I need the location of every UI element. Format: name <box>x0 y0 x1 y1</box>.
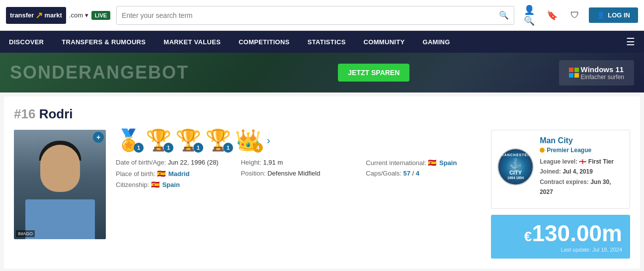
header: transfer ↗ markt .com ▾ LIVE 🔍 👤🔍 🔖 🛡 👤 … <box>0 0 644 31</box>
profile-search-icon[interactable]: 👤🔍 <box>520 6 538 24</box>
contract-row: Contract expires: Jun 30, 2027 <box>540 177 624 197</box>
login-icon: 👤 <box>597 11 605 19</box>
citizenship-label: Citizenship: <box>116 181 149 188</box>
windows-icon <box>569 68 579 78</box>
pob-link[interactable]: Madrid <box>168 170 190 178</box>
club-info: Man City Premier League League level: 🏴󠁧… <box>540 136 624 197</box>
market-value-update-label: Last update: Jul 18, 2024 <box>499 247 622 253</box>
nav-item-statistics[interactable]: STATISTICS <box>299 31 355 53</box>
trophy-item-4: 👑 4 <box>235 130 261 151</box>
banner-right-content: Windows 11 Einfacher surfen <box>559 60 634 86</box>
trophy-item-0: 🏅 1 <box>116 130 142 151</box>
nav-item-community[interactable]: COMMUNITY <box>355 31 414 53</box>
caps-link[interactable]: 57 <box>403 170 410 177</box>
caps-label: Caps/Goals: <box>366 170 402 177</box>
right-column: MANCHESTER ⚓ CITY 1894 1894 Man City Pre… <box>491 130 630 259</box>
club-header: MANCHESTER ⚓ CITY 1894 1894 Man City Pre… <box>497 136 624 197</box>
trophy-item-1: 🏆 1 <box>146 130 171 151</box>
international-link[interactable]: Spain <box>439 159 457 167</box>
league-dot-icon <box>540 148 545 153</box>
nav-item-gaming[interactable]: GAMING <box>413 31 459 53</box>
position-label: Position: <box>241 170 266 177</box>
club-badge-name-text: CITY <box>501 170 530 176</box>
league-level-value: First Tier <box>588 158 614 165</box>
citizenship-link[interactable]: Spain <box>162 181 179 188</box>
height-row: Height: 1,91 m <box>241 159 356 167</box>
logo-arrow-icon: ↗ <box>35 10 43 21</box>
dob-row: Date of birth/Age: Jun 22, 1996 (28) <box>116 159 231 167</box>
position-value-text: Defensive Midfield <box>267 170 320 177</box>
nav-item-discover[interactable]: DISCOVER <box>0 31 53 53</box>
advertisement-banner: SONDERANGEBOT JETZT SPAREN Windows 11 Ei… <box>0 53 644 92</box>
market-value-amount: 130.00m <box>532 220 622 246</box>
market-value-display: €130.00m <box>499 221 622 246</box>
citizenship-flag: 🇪🇸 <box>151 181 160 188</box>
player-info-section: 🏅 1 🏆 1 🏆 1 🏆 1 👑 4 <box>116 130 481 188</box>
search-button[interactable]: 🔍 <box>499 10 509 20</box>
player-photo-container: + IMAGO <box>14 130 106 239</box>
citizenship-row: Citizenship: 🇪🇸 Spain <box>116 181 231 188</box>
trophy-badge-2: 1 <box>193 143 203 153</box>
player-title: #16 Rodri <box>14 106 630 122</box>
club-badge: MANCHESTER ⚓ CITY 1894 1894 <box>497 148 534 185</box>
trophy-badge-4: 4 <box>253 143 263 153</box>
club-league-link[interactable]: Premier League <box>547 147 591 154</box>
login-label: LOG IN <box>608 11 630 19</box>
add-photo-button[interactable]: + <box>93 132 104 143</box>
logo-transfer-text: transfer <box>10 11 34 19</box>
club-card: MANCHESTER ⚓ CITY 1894 1894 Man City Pre… <box>491 130 630 209</box>
league-level-label: League level: <box>540 158 577 165</box>
joined-label: Joined: <box>540 168 561 175</box>
trophy-badge-1: 1 <box>163 143 173 153</box>
main-content: #16 Rodri + IMAGO 🏅 1 🏆 <box>4 96 640 269</box>
club-badge-inner: MANCHESTER ⚓ CITY 1894 1894 <box>501 153 530 180</box>
height-value-text: 1,91 m <box>263 159 283 166</box>
bookmark-icon[interactable]: 🔖 <box>543 6 561 24</box>
pob-flag: 🇪🇸 <box>157 170 165 178</box>
hamburger-menu-icon[interactable]: ☰ <box>617 31 644 53</box>
banner-cta-button[interactable]: JETZT SPAREN <box>338 64 409 82</box>
club-name[interactable]: Man City <box>540 136 624 145</box>
trophies-next-icon[interactable]: › <box>267 135 270 146</box>
international-row: Current international: 🇪🇸 Spain <box>366 159 481 167</box>
contract-label: Contract expires: <box>540 179 589 185</box>
nav-item-market-values[interactable]: MARKET VALUES <box>155 31 230 53</box>
nav-item-competitions[interactable]: COMPETITIONS <box>230 31 299 53</box>
search-bar[interactable]: 🔍 <box>116 6 514 25</box>
club-badge-top-text: MANCHESTER <box>501 153 530 157</box>
club-league: Premier League <box>540 147 624 154</box>
live-badge: LIVE <box>91 11 110 20</box>
league-level-row: League level: 🏴󠁧󠁢󠁥󠁮󠁧󠁿 First Tier <box>540 157 624 167</box>
trophy-badge-3: 1 <box>223 143 233 153</box>
caps-row: Caps/Goals: 57 / 4 <box>366 170 481 178</box>
joined-value: Jul 4, 2019 <box>563 168 593 175</box>
club-badge-year-text: 1894 1894 <box>501 176 530 180</box>
logo-box: transfer ↗ markt <box>6 7 66 24</box>
market-value-currency: € <box>524 229 532 244</box>
pob-label: Place of birth: <box>116 170 156 178</box>
trophy-item-3: 🏆 1 <box>205 130 231 151</box>
logo-markt-text: markt <box>44 11 62 19</box>
dob-label: Date of birth/Age: <box>116 159 166 166</box>
caps-separator: / <box>412 170 416 177</box>
login-button[interactable]: 👤 LOG IN <box>589 7 638 23</box>
dot-com-text[interactable]: .com ▾ <box>69 11 88 19</box>
goals-link[interactable]: 4 <box>416 170 419 177</box>
trophy-badge-0: 1 <box>134 143 144 153</box>
player-photo <box>14 130 106 239</box>
international-flag: 🇪🇸 <box>428 159 436 167</box>
search-input[interactable] <box>122 11 499 19</box>
pob-row: Place of birth: 🇪🇸 Madrid <box>116 170 231 178</box>
player-number: #16 <box>14 106 35 121</box>
dob-value-text: Jun 22, 1996 (28) <box>168 159 219 166</box>
shield-icon[interactable]: 🛡 <box>566 6 584 24</box>
joined-row: Joined: Jul 4, 2019 <box>540 167 624 177</box>
windows-subtitle: Einfacher surfen <box>581 74 624 81</box>
header-icons: 👤🔍 🔖 🛡 👤 LOG IN <box>520 6 638 24</box>
nav-item-transfers[interactable]: TRANSFERS & RUMOURS <box>53 31 155 53</box>
main-nav: DISCOVER TRANSFERS & RUMOURS MARKET VALU… <box>0 31 644 53</box>
trophies-section: 🏅 1 🏆 1 🏆 1 🏆 1 👑 4 <box>116 130 481 151</box>
windows-title: Windows 11 <box>581 65 624 74</box>
position-row: Position: Defensive Midfield <box>241 170 356 178</box>
player-section: + IMAGO 🏅 1 🏆 1 🏆 1 🏆 <box>14 130 630 259</box>
